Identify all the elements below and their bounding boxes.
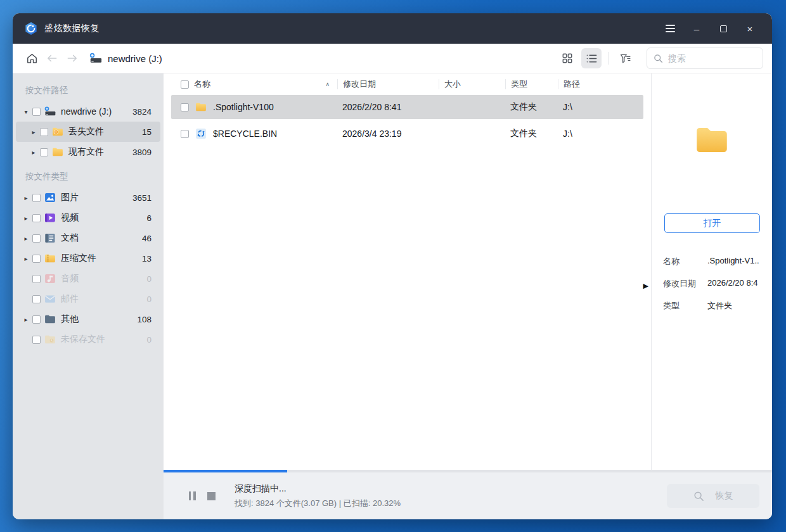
status-bar: 深度扫描中... 找到: 3824 个文件(3.07 GB) | 已扫描: 20… <box>164 470 772 519</box>
drive-icon <box>89 52 103 65</box>
chevron-right-icon[interactable]: ▸ <box>21 255 31 262</box>
recover-button-label: 恢复 <box>716 490 733 502</box>
home-button[interactable] <box>22 48 42 68</box>
column-modified[interactable]: 修改日期 <box>337 79 439 89</box>
open-button[interactable]: 打开 <box>664 213 760 233</box>
mail-icon <box>44 293 56 305</box>
minimize-button[interactable]: – <box>686 19 707 38</box>
checkbox[interactable] <box>32 315 41 324</box>
chevron-right-icon[interactable]: ▸ <box>29 149 39 156</box>
videos-icon <box>44 212 56 224</box>
select-all-checkbox[interactable] <box>181 80 189 89</box>
title-bar: 盛炫数据恢复 – × <box>13 13 772 44</box>
scan-detail-text: 找到: 3824 个文件(3.07 GB) | 已扫描: 20.32% <box>235 498 401 509</box>
checkbox[interactable] <box>32 275 41 283</box>
search-icon <box>654 54 663 63</box>
detail-label: 名称 <box>652 256 707 267</box>
sidebar-item-videos[interactable]: ▸ 视频 6 <box>16 208 160 228</box>
sidebar-item-label: 其他 <box>61 314 79 325</box>
chevron-right-icon[interactable]: ▸ <box>21 215 31 222</box>
checkbox[interactable] <box>32 295 41 303</box>
sidebar-item-pictures[interactable]: ▸ 图片 3651 <box>16 187 160 208</box>
file-type: 文件夹 <box>505 101 558 113</box>
sidebar-item-label: 现有文件 <box>68 146 104 158</box>
audio-icon <box>44 272 56 285</box>
sidebar-item-label: 未保存文件 <box>61 334 105 345</box>
sidebar-item-existing-files[interactable]: ▸ 现有文件 3809 <box>16 142 160 162</box>
scan-status-text: 深度扫描中... <box>235 483 401 495</box>
documents-icon <box>44 232 56 244</box>
checkbox[interactable] <box>32 255 41 263</box>
pause-scan-button[interactable] <box>183 486 202 505</box>
item-count: 46 <box>142 234 151 243</box>
file-list: 名称 ∧ 修改日期 大小 类型 路径 <box>164 73 651 470</box>
collapse-panel-handle[interactable]: ▶ <box>643 282 648 289</box>
sort-ascending-icon[interactable]: ∧ <box>325 79 330 89</box>
chevron-right-icon[interactable]: ▸ <box>21 235 31 242</box>
filter-icon <box>619 53 631 64</box>
close-button[interactable]: × <box>739 19 761 38</box>
list-view-icon <box>586 53 598 64</box>
checkbox[interactable] <box>32 336 41 344</box>
chevron-right-icon[interactable]: ▸ <box>21 194 31 201</box>
lost-folder-icon <box>51 125 64 138</box>
checkbox[interactable] <box>40 148 48 156</box>
sidebar-item-archives[interactable]: ▸ 压缩文件 13 <box>16 248 160 269</box>
checkbox[interactable] <box>32 214 41 222</box>
section-by-path: 按文件路径 <box>13 82 164 101</box>
stop-scan-button[interactable] <box>202 486 221 505</box>
checkbox[interactable] <box>32 194 41 202</box>
sidebar-item-documents[interactable]: ▸ 文档 46 <box>16 228 160 248</box>
search-input[interactable] <box>668 53 738 63</box>
other-folder-icon <box>44 313 56 326</box>
drive-icon <box>44 105 56 118</box>
sidebar-item-label: 音频 <box>61 273 79 284</box>
back-arrow-icon <box>46 53 58 63</box>
sidebar-item-others[interactable]: ▸ 其他 108 <box>16 309 160 329</box>
home-icon <box>26 53 38 65</box>
detail-label: 类型 <box>652 300 707 312</box>
forward-arrow-icon <box>66 53 79 63</box>
table-row[interactable]: $RECYCLE.BIN 2026/3/4 23:19 文件夹 J:\ <box>171 122 643 146</box>
chevron-right-icon[interactable]: ▸ <box>21 316 31 323</box>
pictures-icon <box>44 191 56 204</box>
grid-view-button[interactable] <box>557 48 577 68</box>
column-name[interactable]: 名称 <box>194 79 210 89</box>
sidebar-item-newdrive[interactable]: ▾ newdrive (J:) 3824 <box>16 101 160 122</box>
file-path: J:\ <box>558 102 643 112</box>
maximize-button[interactable] <box>712 19 734 38</box>
detail-label: 修改日期 <box>652 278 707 289</box>
recover-button[interactable]: 恢复 <box>667 484 759 508</box>
archive-icon <box>44 252 56 265</box>
checkbox[interactable] <box>40 128 48 136</box>
checkbox[interactable] <box>32 108 41 116</box>
table-header: 名称 ∧ 修改日期 大小 类型 路径 <box>171 76 643 92</box>
sidebar-item-lost-files[interactable]: ▸ 丢失文件 15 <box>16 122 160 142</box>
detail-value: .Spotlight-V1.. <box>707 256 759 267</box>
table-row[interactable]: .Spotlight-V100 2026/2/20 8:41 文件夹 J:\ <box>171 95 643 119</box>
detail-value: 文件夹 <box>707 300 732 312</box>
column-size[interactable]: 大小 <box>439 79 505 89</box>
forward-button[interactable] <box>62 48 82 68</box>
row-checkbox[interactable] <box>181 130 189 138</box>
chevron-right-icon[interactable]: ▸ <box>29 129 39 136</box>
row-checkbox[interactable] <box>181 103 189 111</box>
sidebar-item-label: 压缩文件 <box>61 253 96 264</box>
column-path[interactable]: 路径 <box>558 79 643 89</box>
breadcrumb[interactable]: newdrive (J:) <box>89 52 162 65</box>
list-view-button[interactable] <box>581 48 602 68</box>
preview-folder-icon <box>693 121 731 159</box>
pause-icon <box>189 491 196 500</box>
sidebar-item-label: 丢失文件 <box>68 126 104 137</box>
item-count: 3651 <box>132 193 151 203</box>
checkbox[interactable] <box>32 234 41 243</box>
item-count: 13 <box>142 254 151 263</box>
search-box[interactable] <box>647 48 763 69</box>
filter-button[interactable] <box>615 48 635 68</box>
sidebar-item-audio: ▸ 音频 0 <box>16 269 160 289</box>
chevron-down-icon[interactable]: ▾ <box>21 108 31 115</box>
back-button[interactable] <box>42 48 62 68</box>
app-title: 盛炫数据恢复 <box>44 23 100 34</box>
column-type[interactable]: 类型 <box>505 79 558 89</box>
menu-icon[interactable] <box>659 19 681 38</box>
